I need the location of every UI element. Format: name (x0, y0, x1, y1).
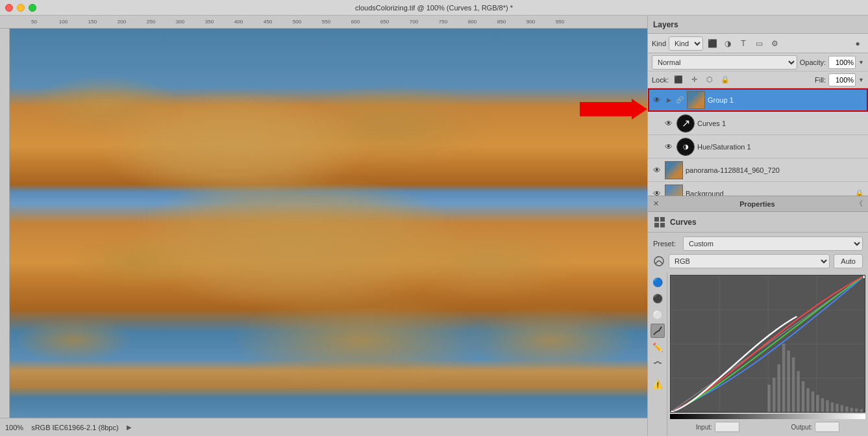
ruler-mark: 100 (49, 19, 78, 25)
properties-close-button[interactable]: ✕ (653, 199, 659, 208)
fill-input[interactable] (828, 73, 856, 86)
svg-rect-19 (816, 395, 819, 412)
lock-row: Lock: ⬛ ✛ ⬡ 🔒 Fill: ▼ (648, 71, 868, 88)
maximize-button[interactable] (29, 4, 36, 12)
svg-rect-23 (836, 404, 838, 412)
ruler-numbers: 50 100 150 200 250 300 350 400 450 500 5… (0, 16, 575, 28)
canvas-area[interactable]: 50 100 150 200 250 300 350 400 450 500 5… (0, 16, 647, 436)
ruler-mark: 700 (399, 19, 428, 25)
visibility-eye-icon[interactable]: 👁 (663, 118, 674, 129)
ruler-mark: 550 (312, 19, 341, 25)
blend-mode-dropdown[interactable]: Normal (652, 55, 797, 70)
canvas-image (10, 29, 647, 418)
curves-graph[interactable] (670, 275, 865, 413)
window-controls[interactable] (5, 4, 36, 12)
right-panel: Layers Kind Kind ⬛ ◑ T ▭ ⚙ ● Normal (647, 16, 868, 436)
window-title: cloudsColorizing.tif @ 100% (Curves 1, R… (355, 4, 513, 12)
nav-arrow[interactable]: ▶ (127, 424, 132, 431)
ruler-mark: 450 (253, 19, 282, 25)
pixel-icon[interactable]: ⬛ (706, 37, 719, 50)
input-value-field[interactable] (715, 422, 739, 432)
svg-rect-28 (860, 409, 863, 412)
auto-button[interactable]: Auto (834, 254, 863, 268)
close-button[interactable] (5, 4, 13, 12)
svg-rect-9 (768, 385, 771, 412)
image-thumbnail-background (665, 185, 683, 196)
kind-dropdown[interactable]: Kind (669, 36, 703, 51)
visibility-eye-icon[interactable]: 👁 (652, 95, 662, 105)
svg-rect-25 (845, 407, 848, 412)
group-thumbnail (687, 91, 705, 109)
output-label: Output: (791, 424, 812, 431)
eyedropper-dark-tool[interactable]: ⚫ (651, 291, 665, 305)
minimize-button[interactable] (17, 4, 25, 12)
lock-artboard-button[interactable]: ⬡ (704, 74, 715, 86)
input-group: Input: (696, 422, 739, 432)
ruler-left (0, 29, 10, 418)
pencil-tool[interactable]: ✏️ (651, 340, 665, 354)
ruler-mark: 950 (545, 19, 575, 25)
opacity-label: Opacity: (800, 58, 826, 66)
ruler-mark: 300 (166, 19, 195, 25)
opacity-input[interactable] (828, 56, 856, 69)
image-thumbnail-panorama (665, 161, 683, 179)
svg-rect-13 (787, 351, 789, 413)
layers-list[interactable]: 👁 ▶ 🔗 Group 1 👁 ↗ Curves 1 (648, 88, 868, 196)
opacity-arrow-icon[interactable]: ▼ (858, 59, 864, 66)
chain-icon[interactable]: 🔗 (675, 96, 684, 105)
warning-icon: ⚠️ (651, 377, 665, 391)
smooth-tool[interactable] (651, 356, 665, 370)
smart-icon[interactable]: ⚙ (768, 37, 781, 50)
curves-section-icon (653, 216, 666, 229)
shape-icon[interactable]: ▭ (752, 37, 765, 50)
svg-rect-22 (831, 402, 834, 412)
curves-section-title: Curves (670, 218, 697, 227)
preset-label: Preset: (653, 240, 679, 248)
type-icon[interactable]: T (737, 37, 750, 50)
lock-all-button[interactable]: 🔒 (719, 74, 731, 86)
preset-dropdown[interactable]: Custom Default Strong Contrast (683, 237, 863, 251)
svg-rect-14 (792, 357, 795, 412)
channel-dropdown[interactable]: RGB Red Green Blue (669, 254, 830, 268)
status-bar: 100% sRGB IEC61966-2.1 (8bpc) ▶ (0, 418, 647, 436)
properties-collapse-button[interactable]: 《 (856, 199, 863, 209)
svg-rect-31 (671, 411, 675, 412)
svg-rect-11 (777, 365, 780, 413)
blend-row: Normal Opacity: ▼ (648, 53, 868, 71)
lock-label: Lock: (652, 76, 669, 84)
svg-rect-24 (841, 405, 843, 413)
fill-arrow-icon[interactable]: ▼ (858, 77, 864, 83)
layer-name-group1: Group 1 (708, 96, 864, 104)
kind-label: Kind (652, 40, 666, 47)
opacity-row: Opacity: ▼ (800, 56, 864, 69)
output-value-field[interactable] (815, 422, 839, 432)
layer-row-panorama[interactable]: 👁 panorama-1128814_960_720 (648, 159, 868, 182)
more-icon[interactable]: ● (851, 37, 864, 50)
svg-rect-15 (797, 371, 799, 412)
lock-pixel-button[interactable]: ⬛ (673, 74, 684, 86)
eyedropper-point-tool[interactable]: 🔵 (651, 275, 665, 289)
curves-svg[interactable] (671, 276, 865, 412)
visibility-eye-icon[interactable]: 👁 (663, 142, 674, 152)
layer-name-huesat1: Hue/Saturation 1 (697, 143, 864, 151)
ruler-mark: 650 (370, 19, 399, 25)
canvas-image-container[interactable] (10, 29, 647, 418)
svg-rect-30 (863, 276, 865, 278)
curves-graph-container: Input: Output: (667, 272, 868, 436)
layer-row-group1[interactable]: 👁 ▶ 🔗 Group 1 (648, 88, 868, 112)
layers-toolbar: Kind Kind ⬛ ◑ T ▭ ⚙ ● (648, 34, 868, 53)
layer-row-curves1[interactable]: 👁 ↗ Curves 1 (648, 112, 868, 135)
layer-name-curves1: Curves 1 (697, 120, 864, 127)
huesat-adjustment-thumbnail: ◑ (676, 138, 695, 156)
expand-icon[interactable]: ▶ (665, 96, 673, 104)
edit-curves-tool[interactable] (651, 324, 665, 338)
eyedropper-light-tool[interactable]: ⚪ (651, 307, 665, 322)
layer-row-huesat1[interactable]: 👁 ◑ Hue/Saturation 1 (648, 135, 868, 159)
ruler-mark: 200 (107, 19, 136, 25)
visibility-eye-icon[interactable]: 👁 (652, 188, 662, 196)
lock-move-button[interactable]: ✛ (688, 74, 700, 86)
layer-row-background[interactable]: 👁 Background 🔒 (648, 182, 868, 196)
visibility-eye-icon[interactable]: 👁 (652, 165, 662, 175)
svg-rect-27 (855, 409, 858, 412)
adjust-icon[interactable]: ◑ (721, 37, 734, 50)
